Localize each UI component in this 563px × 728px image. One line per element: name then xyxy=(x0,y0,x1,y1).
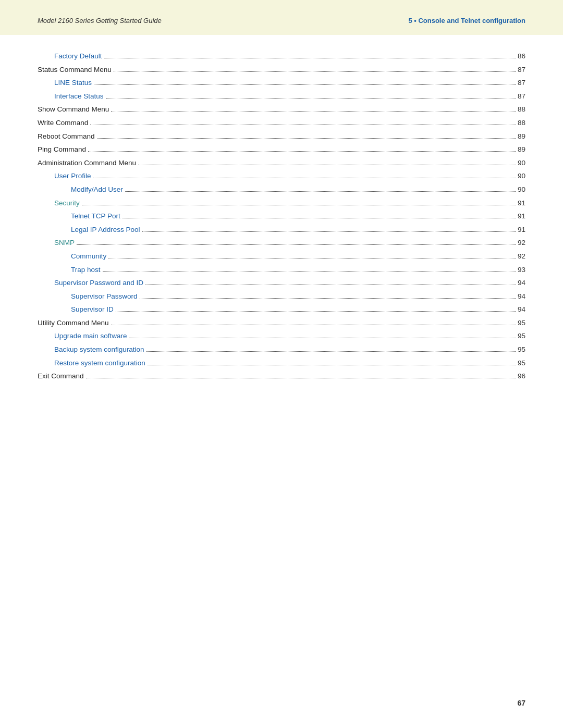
toc-entry[interactable]: Administration Command Menu90 xyxy=(38,157,525,169)
toc-dots xyxy=(86,378,516,378)
toc-dots xyxy=(106,98,516,98)
toc-entry-text: Telnet TCP Port xyxy=(71,211,120,222)
toc-entry-text: Factory Default xyxy=(54,51,102,62)
toc-dots xyxy=(104,58,516,58)
toc-entry[interactable]: Status Command Menu87 xyxy=(38,64,525,76)
toc-entry-text: Supervisor Password and ID xyxy=(54,277,143,289)
toc-entry[interactable]: Supervisor Password and ID94 xyxy=(54,277,525,289)
toc-entry[interactable]: Upgrade main software95 xyxy=(54,330,525,342)
toc-dots xyxy=(125,191,516,192)
toc-entry-text: LINE Status xyxy=(54,77,92,89)
toc-page-num: 87 xyxy=(518,91,525,102)
toc-entry-text: Upgrade main software xyxy=(54,330,127,342)
toc-dots xyxy=(114,71,516,72)
toc-dots xyxy=(93,178,516,178)
toc-page-num: 89 xyxy=(518,144,525,155)
toc-entry-text: Interface Status xyxy=(54,91,104,102)
toc-entry-text: Community xyxy=(71,251,106,262)
toc-page-num: 91 xyxy=(518,224,525,236)
toc-entry-text: Status Command Menu xyxy=(38,64,112,76)
toc-dots xyxy=(145,285,516,285)
toc-entry[interactable]: Supervisor Password94 xyxy=(71,291,525,302)
toc-page-num: 88 xyxy=(518,104,525,115)
toc-dots xyxy=(138,165,516,165)
toc-entry[interactable]: Security91 xyxy=(54,198,525,209)
toc-entry-text: Supervisor ID xyxy=(71,304,114,315)
toc-entry[interactable]: Restore system configuration95 xyxy=(54,357,525,369)
toc-dots xyxy=(129,338,516,338)
page-footer: 67 xyxy=(517,699,525,707)
toc-page-num: 89 xyxy=(518,131,525,142)
toc-page-num: 96 xyxy=(518,371,525,382)
toc-entry[interactable]: Modify/Add User90 xyxy=(71,184,525,195)
toc-dots xyxy=(77,244,516,245)
toc-page-num: 95 xyxy=(518,330,525,342)
toc-entry[interactable]: User Profile90 xyxy=(54,170,525,182)
toc-entry-text: Backup system configuration xyxy=(54,344,144,355)
toc-page-num: 91 xyxy=(518,198,525,209)
toc-entry-text: Utility Command Menu xyxy=(38,317,109,329)
toc-entry[interactable]: Legal IP Address Pool91 xyxy=(71,224,525,236)
toc-dots xyxy=(142,231,516,232)
toc-entry[interactable]: Write Command88 xyxy=(38,117,525,129)
toc-entry[interactable]: Trap host93 xyxy=(71,264,525,276)
toc-entry[interactable]: Ping Command89 xyxy=(38,144,525,155)
toc-entry[interactable]: Show Command Menu88 xyxy=(38,104,525,115)
toc-dots xyxy=(146,351,516,352)
toc-dots xyxy=(90,125,516,125)
toc-entry-text: Administration Command Menu xyxy=(38,157,136,169)
toc-entry-text: Show Command Menu xyxy=(38,104,109,115)
toc-entry[interactable]: SNMP92 xyxy=(54,237,525,249)
toc-entry[interactable]: Backup system configuration95 xyxy=(54,344,525,355)
toc-dots xyxy=(148,365,516,365)
toc-entry[interactable]: Supervisor ID94 xyxy=(71,304,525,315)
toc-entry[interactable]: Factory Default86 xyxy=(54,51,525,62)
toc-entry-text: Legal IP Address Pool xyxy=(71,224,140,236)
toc-page-num: 88 xyxy=(518,117,525,129)
toc-entry-text: Write Command xyxy=(38,117,88,129)
toc-container: Factory Default86Status Command Menu87LI… xyxy=(0,51,563,382)
toc-entry[interactable]: Exit Command96 xyxy=(38,371,525,382)
toc-entry[interactable]: LINE Status87 xyxy=(54,77,525,89)
toc-entry[interactable]: Reboot Command89 xyxy=(38,131,525,142)
toc-entry-text: Security xyxy=(54,198,80,209)
toc-entry[interactable]: Utility Command Menu95 xyxy=(38,317,525,329)
toc-entry[interactable]: Community92 xyxy=(71,251,525,262)
toc-page-num: 92 xyxy=(518,237,525,249)
toc-entry-text: SNMP xyxy=(54,237,75,249)
toc-dots xyxy=(97,138,516,139)
toc-page-num: 90 xyxy=(518,170,525,182)
toc-dots xyxy=(82,205,516,205)
toc-entry-text: Restore system configuration xyxy=(54,357,145,369)
page-header: Model 2160 Series Getting Started Guide … xyxy=(0,0,563,35)
toc-page-num: 95 xyxy=(518,357,525,369)
toc-dots xyxy=(116,311,516,312)
toc-dots xyxy=(103,272,516,272)
toc-entry-text: User Profile xyxy=(54,170,91,182)
toc-dots xyxy=(111,325,516,325)
toc-entry[interactable]: Interface Status87 xyxy=(54,91,525,102)
header-left: Model 2160 Series Getting Started Guide xyxy=(38,17,162,24)
toc-dots xyxy=(88,151,516,152)
header-right: 5 • Console and Telnet configuration xyxy=(408,17,525,24)
toc-dots xyxy=(94,84,516,85)
toc-dots xyxy=(140,298,516,299)
toc-entry-text: Trap host xyxy=(71,264,101,276)
toc-entry[interactable]: Telnet TCP Port91 xyxy=(71,211,525,222)
toc-page-num: 94 xyxy=(518,304,525,315)
toc-page-num: 90 xyxy=(518,157,525,169)
toc-entry-text: Ping Command xyxy=(38,144,86,155)
toc-dots xyxy=(108,258,516,258)
toc-entry-text: Supervisor Password xyxy=(71,291,138,302)
toc-page-num: 91 xyxy=(518,211,525,222)
page-number: 67 xyxy=(517,699,525,707)
toc-page-num: 87 xyxy=(518,64,525,76)
toc-dots xyxy=(123,218,516,218)
toc-entry-text: Reboot Command xyxy=(38,131,95,142)
toc-page-num: 90 xyxy=(518,184,525,195)
toc-page-num: 92 xyxy=(518,251,525,262)
toc-page-num: 87 xyxy=(518,77,525,89)
toc-entry-text: Modify/Add User xyxy=(71,184,123,195)
toc-page-num: 86 xyxy=(518,51,525,62)
toc-page-num: 94 xyxy=(518,291,525,302)
